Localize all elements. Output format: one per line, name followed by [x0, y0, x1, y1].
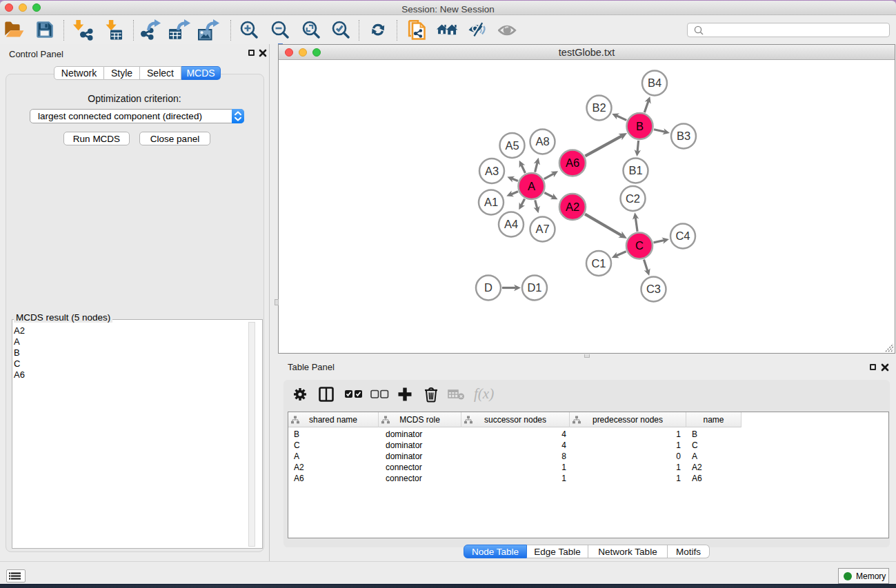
- svg-text:C3: C3: [646, 283, 661, 295]
- svg-text:A: A: [528, 180, 535, 192]
- svg-text:A5: A5: [505, 139, 519, 152]
- svg-text:B1: B1: [628, 164, 642, 176]
- svg-text:A2: A2: [566, 201, 579, 213]
- svg-text:A4: A4: [504, 218, 518, 230]
- svg-text:A7: A7: [535, 223, 549, 235]
- svg-text:A8: A8: [535, 135, 549, 148]
- svg-text:B2: B2: [592, 101, 606, 114]
- svg-text:f(x): f(x): [474, 387, 494, 402]
- svg-text:C1: C1: [591, 257, 606, 270]
- svg-text:C: C: [635, 239, 644, 252]
- svg-text:C4: C4: [675, 230, 690, 242]
- svg-text:C2: C2: [626, 192, 640, 205]
- svg-text:A6: A6: [566, 156, 579, 169]
- svg-text:D1: D1: [527, 281, 541, 294]
- svg-text:A1: A1: [484, 196, 498, 208]
- svg-text:A3: A3: [485, 165, 499, 177]
- svg-text:D: D: [484, 281, 492, 294]
- svg-text:B4: B4: [648, 77, 661, 89]
- svg-text:B3: B3: [677, 130, 690, 142]
- svg-text:B: B: [636, 120, 644, 132]
